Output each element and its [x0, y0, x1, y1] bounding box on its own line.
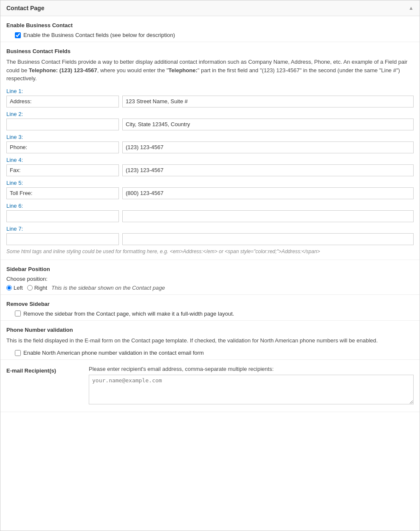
radio-right-label: Right — [34, 285, 47, 291]
line-1-right-input[interactable] — [122, 96, 414, 107]
page-title: Contact Page — [6, 5, 44, 11]
line-7-label: Line 7: — [6, 226, 414, 232]
line-5-row — [6, 187, 414, 199]
line-2-right-input[interactable] — [122, 119, 414, 130]
line-3-right-input[interactable] — [122, 141, 414, 153]
scroll-up-icon[interactable]: ▲ — [409, 5, 414, 11]
html-hint-text: Some html tags and inline styling could … — [6, 249, 414, 254]
radio-left-label: Left — [14, 285, 23, 291]
phone-validation-description: This is the field displayed in the E-mai… — [6, 336, 414, 345]
line-6-right-input[interactable] — [122, 210, 414, 222]
page-wrapper: Contact Page ▲ Enable Business Contact E… — [0, 0, 420, 531]
line-4-label: Line 4: — [6, 157, 414, 163]
line-6-left-input[interactable] — [6, 210, 119, 222]
line-3-left-input[interactable] — [6, 141, 119, 153]
line-1-label: Line 1: — [6, 88, 414, 94]
line-7-row — [6, 233, 414, 245]
business-contact-description: The Business Contact Fields provide a wa… — [6, 58, 414, 83]
choose-position-label: Choose position: — [6, 276, 414, 282]
business-contact-fields-section: Business Contact Fields The Business Con… — [0, 42, 420, 260]
line-4-row — [6, 164, 414, 176]
sidebar-position-section: Sidebar Position Choose position: Left R… — [0, 260, 420, 295]
enable-business-contact-row: Enable the Business Contact fields (see … — [15, 32, 414, 38]
enable-business-contact-checkbox[interactable] — [15, 32, 21, 38]
line-7-right-input[interactable] — [122, 233, 414, 245]
enable-business-contact-section: Enable Business Contact Enable the Busin… — [0, 16, 420, 42]
line-7-left-input[interactable] — [6, 233, 119, 245]
email-recipients-right: Please enter recipient's email address, … — [89, 366, 414, 406]
line-6-label: Line 6: — [6, 203, 414, 209]
email-recipients-textarea[interactable] — [89, 375, 414, 404]
email-recipients-section: E-mail Recipient(s) Please enter recipie… — [0, 360, 420, 412]
line-5-left-input[interactable] — [6, 187, 119, 199]
sidebar-radio-row: Left Right This is the sidebar shown on … — [6, 285, 414, 291]
enable-business-contact-label: Enable the Business Contact fields (see … — [23, 32, 175, 38]
phone-validation-section: Phone Number validation This is the fiel… — [0, 321, 420, 360]
radio-left-option: Left — [6, 285, 23, 291]
email-recipients-label: E-mail Recipient(s) — [6, 366, 83, 374]
business-contact-fields-title: Business Contact Fields — [6, 48, 414, 54]
line-1-left-input[interactable] — [6, 96, 119, 107]
radio-left[interactable] — [6, 285, 12, 291]
page-header: Contact Page ▲ — [0, 0, 420, 16]
sidebar-position-hint: This is the sidebar shown on the Contact… — [51, 285, 165, 291]
line-4-right-input[interactable] — [122, 164, 414, 176]
line-1-row — [6, 96, 414, 107]
phone-validation-label: Enable North American phone number valid… — [23, 350, 204, 356]
phone-validation-title: Phone Number validation — [6, 327, 414, 333]
line-5-right-input[interactable] — [122, 187, 414, 199]
line-4-left-input[interactable] — [6, 164, 119, 176]
radio-right-option: Right — [27, 285, 47, 291]
phone-validation-row: Enable North American phone number valid… — [15, 350, 414, 356]
remove-sidebar-label: Remove the sidebar from the Contact page… — [23, 311, 234, 317]
radio-right[interactable] — [27, 285, 33, 291]
line-2-label: Line 2: — [6, 111, 414, 117]
phone-validation-checkbox[interactable] — [15, 350, 21, 356]
line-3-label: Line 3: — [6, 134, 414, 140]
line-2-row — [6, 119, 414, 130]
line-5-label: Line 5: — [6, 180, 414, 186]
enable-business-contact-title: Enable Business Contact — [6, 22, 414, 28]
line-3-row — [6, 141, 414, 153]
line-2-left-input[interactable] — [6, 119, 119, 130]
sidebar-position-title: Sidebar Position — [6, 266, 414, 272]
remove-sidebar-row: Remove the sidebar from the Contact page… — [15, 311, 414, 317]
email-recipients-hint: Please enter recipient's email address, … — [89, 366, 414, 372]
line-6-row — [6, 210, 414, 222]
remove-sidebar-section: Remove Sidebar Remove the sidebar from t… — [0, 295, 420, 321]
remove-sidebar-title: Remove Sidebar — [6, 301, 414, 307]
remove-sidebar-checkbox[interactable] — [15, 311, 21, 316]
